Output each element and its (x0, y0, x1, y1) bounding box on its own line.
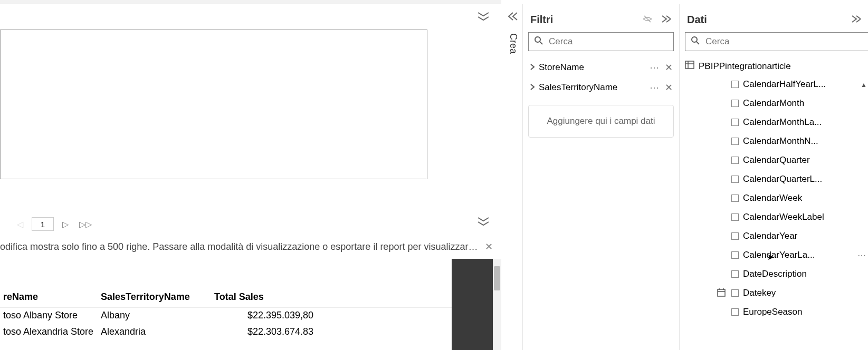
page-first-button[interactable]: ◁ (15, 217, 25, 231)
svg-line-18 (697, 42, 699, 44)
field-label: CalendarMonthN... (743, 136, 818, 147)
field-label: DateDescription (743, 269, 807, 279)
preview-col-header: Total Sales (211, 289, 317, 305)
checkbox[interactable] (731, 213, 739, 221)
crea-collapse-icon[interactable] (505, 12, 518, 23)
search-icon (534, 36, 543, 47)
field-label: CalendarYear (743, 231, 797, 241)
remove-filter-icon[interactable]: ✕ (665, 62, 673, 73)
field-row[interactable]: CalendarHalfYearL... (731, 75, 868, 94)
calendar-icon (717, 288, 726, 300)
vertical-scrollbar[interactable] (493, 259, 501, 350)
filters-panel: Filtri StoreName ⋯ ✕ SalesTerritoryName … (522, 4, 680, 350)
table-row: toso Albany Store Albany $22.395.039,80 (0, 307, 452, 324)
svg-point-17 (692, 37, 697, 42)
field-label: Datekey (743, 288, 776, 298)
mouse-cursor-icon: ➤ (767, 252, 774, 262)
field-label: CalendarMonthLa... (743, 117, 822, 128)
visibility-off-icon[interactable] (642, 15, 653, 25)
field-row[interactable]: CalendarWeekLabel (731, 208, 868, 227)
expand-panel-icon[interactable] (660, 15, 671, 25)
checkbox[interactable] (731, 308, 739, 316)
field-row[interactable]: EuropeSeason (731, 303, 868, 322)
field-row[interactable]: CalendarMonth (731, 94, 868, 113)
filters-title: Filtri (530, 14, 553, 26)
checkbox[interactable] (731, 270, 739, 278)
checkbox[interactable] (731, 81, 739, 88)
info-bar: odifica mostra solo fino a 500 righe. Pa… (0, 238, 501, 255)
remove-filter-icon[interactable]: ✕ (665, 82, 673, 93)
checkbox[interactable] (731, 119, 739, 126)
dataset-row[interactable]: PBIPPintegrationarticle (680, 57, 868, 75)
collapse-preview-icon[interactable] (477, 217, 490, 228)
data-search-input[interactable] (705, 36, 863, 47)
page-next-button[interactable]: ▷ (60, 217, 71, 231)
field-label: CalendarHalfYearL... (743, 79, 826, 90)
page-last-button[interactable]: ▷▷ (77, 217, 94, 231)
cell: Albany (98, 308, 211, 323)
crea-label: Crea (508, 33, 519, 54)
field-label: CalendarYearLa... (743, 250, 815, 260)
filter-drop-zone[interactable]: Aggiungere qui i campi dati (528, 105, 674, 138)
more-icon[interactable]: ⋯ (857, 250, 866, 260)
field-row[interactable]: CalendarMonthLa... (731, 113, 868, 132)
field-row[interactable]: CalendarMonthN... (731, 132, 868, 151)
field-row[interactable]: CalendarYearLa...⋯ (731, 246, 868, 265)
report-preview-inner[interactable]: reName SalesTerritoryName Total Sales to… (0, 259, 452, 350)
top-ribbon-edge (0, 0, 501, 4)
visual-boundary[interactable] (0, 30, 427, 179)
field-row[interactable]: CalendarYear (731, 227, 868, 246)
svg-rect-19 (685, 61, 694, 69)
dataset-name: PBIPPintegrationarticle (699, 61, 791, 72)
checkbox[interactable] (731, 251, 739, 259)
field-row[interactable]: Datekey (731, 284, 868, 303)
checkbox[interactable] (731, 138, 739, 145)
cell: $22.303.674.83 (211, 325, 317, 339)
field-label: CalendarWeek (743, 193, 802, 203)
more-icon[interactable]: ⋯ (650, 82, 660, 93)
field-row[interactable]: DateDescription (731, 265, 868, 284)
chevron-right-icon (529, 62, 536, 73)
checkbox[interactable] (731, 100, 739, 107)
field-list: CalendarHalfYearL... CalendarMonth Calen… (680, 75, 868, 322)
filter-item[interactable]: StoreName ⋯ ✕ (523, 57, 679, 77)
preview-col-header: reName (0, 289, 98, 305)
filter-name: StoreName (539, 62, 650, 73)
search-icon (691, 36, 700, 47)
field-row[interactable]: CalendarWeek (731, 189, 868, 208)
field-label: CalendarWeekLabel (743, 212, 824, 222)
checkbox[interactable] (731, 289, 739, 297)
checkbox[interactable] (731, 195, 739, 202)
cell: toso Alexandria Store (0, 325, 98, 339)
crea-tab[interactable]: Crea (505, 25, 520, 62)
filters-search-input[interactable] (549, 36, 668, 47)
filter-name: SalesTerritoryName (539, 82, 650, 93)
field-row[interactable]: CalendarQuarter (731, 151, 868, 170)
data-title: Dati (687, 14, 707, 26)
report-canvas: oreName SalesTerritoryName Total Sales S… (0, 0, 501, 350)
cell: $22.395.039,80 (211, 308, 317, 323)
svg-point-15 (535, 37, 540, 42)
svg-rect-22 (718, 289, 725, 296)
checkbox[interactable] (731, 157, 739, 164)
page-number-input[interactable] (32, 217, 54, 231)
checkbox[interactable] (731, 232, 739, 240)
checkbox[interactable] (731, 176, 739, 183)
field-row[interactable]: CalendarQuarterL... (731, 170, 868, 189)
collapse-canvas-icon[interactable] (477, 12, 490, 23)
filter-item[interactable]: SalesTerritoryName ⋯ ✕ (523, 77, 679, 98)
dataset-icon (685, 61, 694, 72)
chevron-right-icon (529, 82, 536, 93)
expand-panel-icon[interactable] (850, 15, 861, 25)
filters-search[interactable] (528, 32, 674, 51)
field-label: CalendarQuarter (743, 155, 810, 166)
data-search[interactable] (685, 32, 868, 51)
close-icon[interactable]: ✕ (481, 241, 497, 252)
cell: toso Albany Store (0, 308, 98, 323)
preview-col-header: SalesTerritoryName (98, 289, 211, 305)
cell: Alexandria (98, 325, 211, 339)
scrollbar-thumb[interactable] (494, 266, 500, 290)
report-preview: reName SalesTerritoryName Total Sales to… (0, 259, 501, 350)
data-panel: Dati PBIPPintegrationarticle ▲ CalendarH… (680, 4, 868, 350)
more-icon[interactable]: ⋯ (650, 62, 660, 73)
